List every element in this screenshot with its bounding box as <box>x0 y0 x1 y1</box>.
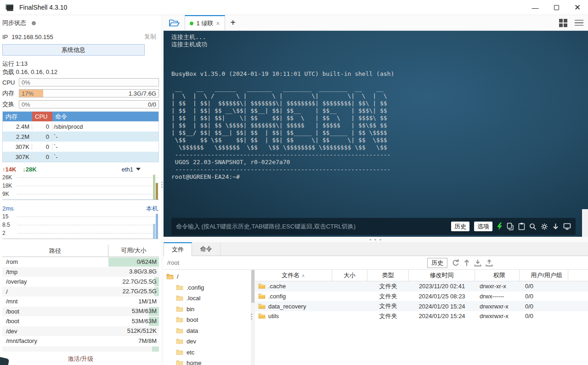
disk-row[interactable]: /dev 512K/512K <box>2 326 159 336</box>
folder-open-icon <box>166 274 174 279</box>
uptime-label: 运行 1:13 <box>2 60 159 68</box>
gear-icon[interactable] <box>541 223 548 230</box>
folder-icon <box>176 360 183 365</box>
tree-item-root[interactable]: / <box>164 271 251 282</box>
process-col-cpu[interactable]: CPU <box>32 112 52 121</box>
command-input[interactable] <box>176 223 447 230</box>
close-button[interactable]: ✕ <box>567 0 588 15</box>
options-button[interactable]: 选项 <box>474 222 492 231</box>
paste-icon[interactable] <box>518 222 525 230</box>
maximize-button[interactable] <box>546 0 567 15</box>
copy-icon[interactable] <box>507 222 514 230</box>
path-input[interactable] <box>167 259 427 266</box>
path-bar: 历史 <box>164 256 588 270</box>
disk-row[interactable]: /mnt 1M/1M <box>2 297 159 307</box>
directory-tree: / .config <box>164 270 251 365</box>
tree-item[interactable]: boot <box>164 314 251 325</box>
tree-item[interactable]: .local <box>164 293 251 304</box>
file-row[interactable]: .config 文件夹 2024/01/25 08:23 drwx------ … <box>255 291 588 302</box>
tree-item[interactable]: bin <box>164 304 251 315</box>
folder-icon <box>258 293 266 299</box>
folder-icon <box>176 295 183 301</box>
path-history-button[interactable]: 历史 <box>427 258 447 268</box>
process-row[interactable]: 307K 0 `- <box>3 152 158 162</box>
layout-grid-icon[interactable] <box>559 19 567 27</box>
app-icon <box>6 4 15 11</box>
monitor-icon[interactable] <box>563 223 571 230</box>
quick-command-icon[interactable] <box>497 222 503 230</box>
copy-ip-link[interactable]: 复制 <box>144 33 156 41</box>
folder-icon <box>258 313 266 319</box>
file-col-perm[interactable]: 权限 <box>475 270 520 281</box>
tree-item[interactable]: home <box>164 358 251 365</box>
tree-scrollbar-thumb[interactable] <box>251 270 254 303</box>
terminal-tab-bar: 1 绿联 × + <box>164 15 588 31</box>
download-rate: ↓28K <box>23 166 36 173</box>
disk-row[interactable]: /mnt/factory 7M/8M <box>2 336 159 346</box>
tree-item[interactable]: data <box>164 325 251 336</box>
meter-row: 交换 0% 0/0 <box>2 100 159 108</box>
refresh-icon[interactable] <box>452 259 459 267</box>
disk-row[interactable]: /overlay 22.7G/25.5G <box>2 277 159 287</box>
session-tab[interactable]: 1 绿联 × <box>185 15 225 30</box>
tab-close-icon[interactable]: × <box>216 20 220 27</box>
terminal[interactable]: 连接主机... 连接主机成功 BusyBox v1.35.0 (2024-01-… <box>164 31 588 237</box>
download-arrow-icon[interactable] <box>552 223 559 230</box>
system-info-button[interactable]: 系统信息 <box>2 44 145 56</box>
tab-files[interactable]: 文件 <box>164 242 192 256</box>
folder-icon <box>176 338 183 344</box>
connection-manager-button[interactable] <box>164 15 185 30</box>
process-row[interactable]: 307K 0 `- <box>3 142 158 152</box>
new-tab-button[interactable]: + <box>225 15 241 30</box>
minimize-button[interactable]: — <box>525 0 546 15</box>
file-row[interactable]: utils 文件夹 2024/01/20 15:24 drwxrwxr-x 0/… <box>255 311 588 321</box>
load-label: 负载 0.16, 0.16, 0.12 <box>2 68 159 76</box>
terminal-scrollbar[interactable] <box>582 209 588 237</box>
upload-rate: ↑14K <box>2 166 16 173</box>
horizontal-splitter[interactable]: • • • <box>164 237 588 242</box>
activate-upgrade-link[interactable]: 激活/升级 <box>68 355 94 362</box>
file-col-size[interactable]: 大小 <box>332 270 368 281</box>
disk-col-size[interactable]: 可用/大小 <box>108 246 159 255</box>
network-bar <box>153 175 155 200</box>
search-icon[interactable] <box>529 223 537 230</box>
tree-item[interactable]: etc <box>164 347 251 358</box>
disk-row[interactable]: /tmp 3.8G/3.8G <box>2 267 159 277</box>
file-row[interactable]: data_recovery 文件夹 2024/01/20 15:24 drwxr… <box>255 301 588 311</box>
file-col-mtime[interactable]: 修改时间 <box>409 270 475 281</box>
tree-item[interactable]: dev <box>164 336 251 347</box>
disk-row[interactable]: / 22.7G/25.5G <box>2 287 159 297</box>
process-row[interactable]: 2.2M 0 `- <box>3 131 158 142</box>
process-row[interactable]: 2.4M 0 /sbin/procd <box>3 121 158 131</box>
file-col-owner[interactable]: 用户/用户组 <box>520 270 568 281</box>
file-col-name[interactable]: 文件名∧ <box>255 270 332 281</box>
file-panel: 文件 命令 历史 <box>164 242 588 365</box>
ip-value: 192.168.50.155 <box>11 34 53 40</box>
chevron-down-icon <box>136 168 141 171</box>
disk-col-path[interactable]: 路径 <box>2 245 108 257</box>
interface-selector[interactable]: eth1 <box>122 166 141 173</box>
network-chart: 26K 18K 9K <box>2 173 159 200</box>
folder-icon <box>176 306 183 312</box>
file-col-type[interactable]: 类型 <box>368 270 409 281</box>
tree-splitter[interactable]: ••• <box>251 314 252 320</box>
download-icon[interactable] <box>474 259 481 267</box>
disk-usage-bar <box>152 347 159 352</box>
history-button[interactable]: 历史 <box>451 222 469 231</box>
tab-commands[interactable]: 命令 <box>192 242 220 256</box>
sync-status-label: 同步状态 <box>2 19 26 27</box>
disk-table: 路径 可用/大小 /rom 0/624M <box>2 245 159 352</box>
folder-icon <box>176 349 183 355</box>
upload-icon[interactable] <box>486 259 493 267</box>
finalshell-window: FinalShell 4.3.10 — ✕ 同步状态 IP 192.168.50… <box>0 0 588 365</box>
disk-row[interactable]: /boot 53M/63M <box>2 307 159 317</box>
parent-directory-icon[interactable] <box>464 259 470 267</box>
file-row[interactable]: .cache 文件夹 2023/11/20 02:41 drwxr-xr-x 0… <box>255 281 588 291</box>
process-col-cmd[interactable]: 命令 <box>52 113 158 121</box>
process-col-mem[interactable]: 内存 <box>3 113 32 121</box>
hamburger-menu-icon[interactable] <box>575 20 583 26</box>
disk-row[interactable]: /boot 53M/63M <box>2 316 159 326</box>
tree-item[interactable]: .config <box>164 282 251 293</box>
disk-row[interactable]: /rom 0/624M <box>2 257 159 267</box>
disk-row[interactable] <box>2 346 159 352</box>
